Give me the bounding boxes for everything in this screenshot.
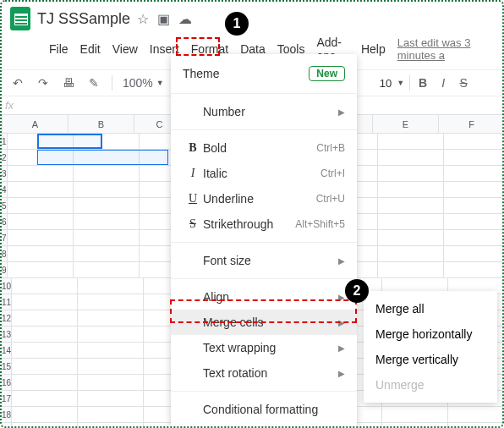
- cell[interactable]: [78, 375, 144, 390]
- cell[interactable]: [444, 198, 504, 213]
- font-size-value[interactable]: 10: [380, 77, 392, 90]
- cell[interactable]: [8, 198, 74, 213]
- cell[interactable]: [378, 246, 444, 261]
- cell[interactable]: [444, 150, 504, 165]
- cell[interactable]: [378, 230, 444, 245]
- menu-item-align[interactable]: Align▶: [171, 284, 357, 310]
- cell[interactable]: [78, 407, 144, 422]
- cell[interactable]: [444, 246, 504, 261]
- sheets-icon[interactable]: [10, 7, 30, 30]
- undo-icon[interactable]: ↶: [10, 76, 25, 90]
- row-header[interactable]: 13: [2, 326, 12, 342]
- row-header[interactable]: 12: [2, 310, 12, 326]
- bold-icon[interactable]: B: [415, 76, 430, 90]
- cell[interactable]: [12, 391, 78, 406]
- menu-edit[interactable]: Edit: [80, 42, 101, 56]
- col-header[interactable]: A: [3, 115, 68, 133]
- cell[interactable]: [8, 182, 74, 197]
- menu-item-merge[interactable]: Merge cells▶: [171, 310, 357, 335]
- italic-icon[interactable]: I: [436, 76, 451, 90]
- cell[interactable]: [12, 423, 78, 428]
- cell[interactable]: [12, 343, 78, 358]
- cell[interactable]: [78, 294, 144, 310]
- cell[interactable]: [74, 166, 140, 181]
- cell[interactable]: [78, 310, 144, 326]
- cell[interactable]: [78, 359, 144, 374]
- move-icon[interactable]: ▣: [157, 11, 170, 27]
- strike-icon[interactable]: S: [456, 76, 471, 90]
- cell[interactable]: [12, 310, 78, 326]
- cell[interactable]: [78, 343, 144, 358]
- cell[interactable]: [74, 230, 140, 245]
- menu-item-bold[interactable]: BBoldCtrl+B: [171, 135, 357, 161]
- cell[interactable]: [12, 407, 78, 422]
- cell[interactable]: [8, 214, 74, 229]
- cell[interactable]: [12, 278, 78, 294]
- row-header[interactable]: 11: [2, 294, 12, 310]
- menu-item-number[interactable]: Number▶: [171, 99, 357, 124]
- cell[interactable]: [12, 359, 78, 374]
- col-header[interactable]: E: [373, 115, 439, 133]
- cell[interactable]: [378, 198, 444, 213]
- cell[interactable]: [8, 166, 74, 181]
- row-header[interactable]: 14: [2, 343, 12, 358]
- cell[interactable]: [378, 166, 444, 181]
- row-header[interactable]: 16: [2, 375, 12, 390]
- cell[interactable]: [444, 262, 504, 277]
- cell[interactable]: [78, 326, 144, 342]
- submenu-merge-all[interactable]: Merge all: [364, 296, 497, 321]
- cell[interactable]: [74, 150, 140, 165]
- doc-title[interactable]: TJ SSSample: [37, 10, 130, 28]
- cell[interactable]: [378, 150, 444, 165]
- paint-format-icon[interactable]: ✎: [86, 76, 101, 90]
- last-edit[interactable]: Last edit was 3 minutes a: [397, 36, 494, 62]
- menu-item-fontsize[interactable]: Font size▶: [171, 248, 357, 273]
- row-header[interactable]: 17: [2, 391, 12, 406]
- cell[interactable]: [74, 214, 140, 229]
- menu-item-conditional[interactable]: Conditional formatting: [171, 397, 357, 422]
- cell[interactable]: [8, 134, 74, 149]
- cell[interactable]: [12, 375, 78, 390]
- cell[interactable]: [78, 278, 144, 294]
- star-icon[interactable]: ☆: [137, 11, 149, 27]
- cell[interactable]: [74, 262, 140, 277]
- submenu-merge-horizontal[interactable]: Merge horizontally: [364, 321, 497, 347]
- menu-item-wrap[interactable]: Text wrapping▶: [171, 335, 357, 360]
- cell[interactable]: [382, 407, 448, 422]
- cell[interactable]: [378, 214, 444, 229]
- col-header[interactable]: B: [68, 115, 134, 133]
- submenu-merge-vertical[interactable]: Merge vertically: [364, 347, 497, 372]
- cell[interactable]: [444, 230, 504, 245]
- cell[interactable]: [12, 326, 78, 342]
- cell[interactable]: [382, 423, 448, 428]
- menu-item-strike[interactable]: SStrikethroughAlt+Shift+5: [171, 211, 357, 237]
- font-size-caret[interactable]: ▼: [397, 79, 404, 87]
- cell[interactable]: [78, 423, 144, 428]
- cell[interactable]: [448, 423, 504, 428]
- cell[interactable]: [444, 214, 504, 229]
- cell[interactable]: [8, 246, 74, 261]
- menu-item-theme[interactable]: Theme New: [171, 59, 357, 88]
- print-icon[interactable]: 🖶: [61, 76, 76, 90]
- cell[interactable]: [378, 134, 444, 149]
- row-header[interactable]: 19: [2, 423, 12, 428]
- cell[interactable]: [444, 166, 504, 181]
- cell[interactable]: [12, 294, 78, 310]
- cell[interactable]: [74, 198, 140, 213]
- cell[interactable]: [378, 182, 444, 197]
- cell[interactable]: [444, 134, 504, 149]
- cell[interactable]: [8, 262, 74, 277]
- redo-icon[interactable]: ↷: [36, 76, 51, 90]
- cell[interactable]: [8, 230, 74, 245]
- cell[interactable]: [448, 407, 504, 422]
- cell[interactable]: [74, 134, 140, 149]
- cell[interactable]: [74, 246, 140, 261]
- col-header[interactable]: F: [439, 115, 504, 133]
- menu-item-italic[interactable]: IItalicCtrl+I: [171, 161, 357, 186]
- zoom-select[interactable]: 100% ▼: [123, 76, 164, 90]
- cell[interactable]: [78, 391, 144, 406]
- menu-item-underline[interactable]: UUnderlineCtrl+U: [171, 186, 357, 211]
- cell[interactable]: [74, 182, 140, 197]
- row-header[interactable]: 15: [2, 359, 12, 374]
- menu-file[interactable]: File: [49, 42, 68, 56]
